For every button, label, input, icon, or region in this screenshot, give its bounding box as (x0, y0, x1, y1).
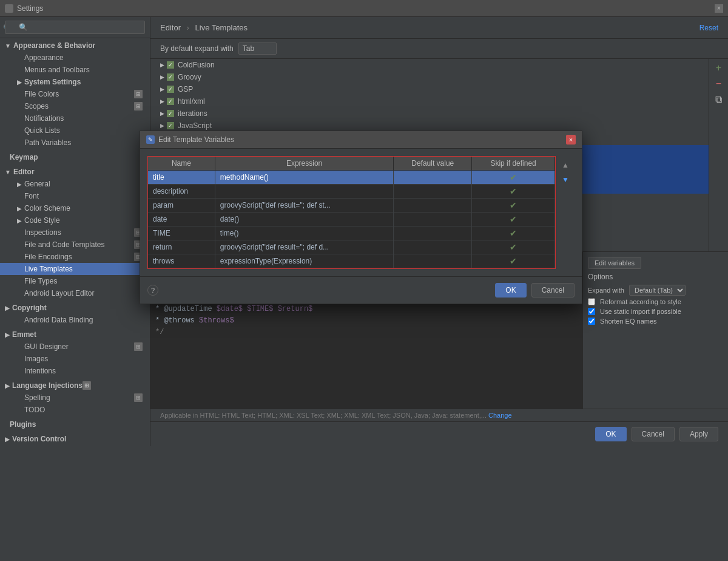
sidebar: Appearance & Behavior Appearance Menus a… (0, 17, 150, 446)
reformat-checkbox[interactable] (588, 298, 595, 305)
chevron-right-icon (160, 62, 164, 68)
cell-name-return: return (148, 240, 215, 254)
spelling-icon: ⊞ (134, 393, 143, 402)
checkbox-javascript[interactable]: ✓ (167, 122, 174, 129)
sidebar-item-font[interactable]: Font (0, 190, 150, 202)
sidebar-item-system-settings[interactable]: System Settings (0, 76, 150, 88)
table-row-return[interactable]: return groovyScript("def result=''; def … (148, 240, 555, 254)
dialog-cancel-button[interactable]: Cancel (531, 283, 575, 298)
change-link[interactable]: Change (488, 412, 512, 419)
checkbox-groovy[interactable]: ✓ (167, 73, 174, 81)
sidebar-item-general[interactable]: General (0, 178, 150, 190)
sidebar-item-file-code-templates[interactable]: File and Code Templates ⊞ (0, 239, 150, 251)
shorten-eq-checkbox[interactable] (588, 318, 595, 325)
search-input[interactable] (5, 21, 145, 34)
expand-with-option-dropdown[interactable]: Default (Tab) Tab Space Enter (629, 285, 686, 296)
sidebar-item-appearance[interactable]: Appearance (0, 52, 150, 64)
remove-template-button[interactable]: − (712, 77, 726, 90)
template-group-htmlxml[interactable]: ✓ html/xml (150, 95, 709, 107)
template-group-coldfusion[interactable]: ✓ ColdFusion (150, 59, 709, 71)
code-line-5: * @updateTime $date$ $TIME$ $return$ (155, 304, 578, 315)
template-group-groovy-label: Groovy (178, 73, 201, 81)
copy-template-button[interactable]: ⧉ (712, 93, 726, 106)
sidebar-item-color-scheme[interactable]: Color Scheme (0, 202, 150, 214)
dialog-close-button[interactable]: × (566, 135, 576, 144)
sidebar-item-spelling[interactable]: Spelling ⊞ (0, 392, 150, 404)
window-title: Settings (17, 4, 43, 13)
options-title: Options (588, 273, 723, 281)
cell-name-title: title (148, 171, 215, 185)
apply-button[interactable]: Apply (679, 427, 718, 441)
sidebar-item-android-layout-editor[interactable]: Android Layout Editor (0, 287, 150, 299)
sidebar-section-editor: Editor General Font Color Scheme Code St… (0, 165, 150, 301)
expand-with-dropdown[interactable]: Tab Space Enter (238, 42, 277, 55)
dialog-icon: ✎ (146, 135, 155, 144)
sidebar-item-version-control[interactable]: Version Control (0, 433, 150, 445)
sidebar-item-copyright[interactable]: Copyright (0, 302, 150, 314)
sidebar-item-intentions[interactable]: Intentions (0, 365, 150, 377)
template-group-groovy[interactable]: ✓ Groovy (150, 71, 709, 83)
sidebar-section-lang-injections: Language Injections ⊞ Spelling ⊞ TODO (0, 378, 150, 417)
sidebar-item-code-style[interactable]: Code Style (0, 214, 150, 226)
static-import-checkbox[interactable] (588, 308, 595, 315)
sidebar-item-todo[interactable]: TODO (0, 404, 150, 416)
window-close-button[interactable]: × (715, 4, 723, 13)
sidebar-item-scopes[interactable]: Scopes ⊞ (0, 100, 150, 112)
sidebar-item-live-templates[interactable]: Live Templates (0, 263, 150, 275)
table-row-time[interactable]: TIME time() ✔ (148, 226, 555, 240)
sidebar-item-appearance-behavior[interactable]: Appearance & Behavior (0, 39, 150, 52)
checkbox-htmlxml[interactable]: ✓ (167, 98, 174, 105)
chevron-right-icon (5, 382, 10, 389)
sidebar-item-file-colors[interactable]: File Colors ⊞ (0, 88, 150, 100)
expand-with-option-row: Expand with Default (Tab) Tab Space Ente… (588, 285, 723, 296)
sidebar-item-file-encodings[interactable]: File Encodings ⊞ (0, 251, 150, 263)
table-row-throws[interactable]: throws expressionType(Expression) ✔ (148, 254, 555, 268)
search-wrapper (0, 17, 150, 38)
template-group-iterations-label: iterations (178, 109, 207, 118)
sidebar-item-plugins[interactable]: Plugins (0, 418, 150, 430)
move-up-button[interactable]: ▲ (559, 158, 572, 172)
add-template-button[interactable]: + (712, 61, 726, 75)
sidebar-item-android-data-binding[interactable]: Android Data Binding (0, 314, 150, 326)
table-row-description[interactable]: description ✔ (148, 185, 555, 199)
sidebar-item-gui-designer[interactable]: GUI Designer ⊞ (0, 341, 150, 353)
cell-skip-time[interactable]: ✔ (472, 226, 555, 240)
cancel-button[interactable]: Cancel (632, 427, 675, 441)
dialog-ok-button[interactable]: OK (495, 283, 526, 298)
cell-skip-title[interactable]: ✔ (472, 171, 555, 185)
table-row-title[interactable]: title methodName() ✔ (148, 171, 555, 185)
reformat-row: Reformat according to style (588, 298, 723, 305)
sidebar-item-editor[interactable]: Editor (0, 166, 150, 178)
sidebar-item-keymap[interactable]: Keymap (0, 151, 150, 163)
edit-variables-button[interactable]: Edit variables (588, 257, 641, 269)
reset-button[interactable]: Reset (699, 24, 718, 32)
sidebar-item-emmet[interactable]: Emmet (0, 328, 150, 341)
sidebar-item-inspections[interactable]: Inspections ⊞ (0, 226, 150, 239)
checkbox-coldfusion[interactable]: ✓ (167, 61, 174, 69)
sidebar-item-notifications[interactable]: Notifications (0, 112, 150, 124)
sidebar-item-quick-lists[interactable]: Quick Lists (0, 124, 150, 137)
app-icon (5, 4, 13, 13)
sidebar-item-menus-toolbars[interactable]: Menus and Toolbars (0, 64, 150, 76)
checkbox-gsp[interactable]: ✓ (167, 86, 174, 93)
cell-skip-date[interactable]: ✔ (472, 212, 555, 226)
cell-skip-param[interactable]: ✔ (472, 199, 555, 212)
table-row-date[interactable]: date date() ✔ (148, 212, 555, 226)
ok-button[interactable]: OK (595, 427, 626, 441)
move-down-button[interactable]: ▼ (559, 173, 572, 186)
sidebar-item-images[interactable]: Images (0, 353, 150, 365)
cell-skip-description[interactable]: ✔ (472, 185, 555, 199)
breadcrumb-parent: Editor (160, 23, 181, 32)
cell-skip-return[interactable]: ✔ (472, 240, 555, 254)
checkbox-iterations[interactable]: ✓ (167, 110, 174, 117)
sidebar-item-language-injections[interactable]: Language Injections ⊞ (0, 379, 150, 392)
template-group-gsp[interactable]: ✓ GSP (150, 83, 709, 95)
cell-skip-throws[interactable]: ✔ (472, 254, 555, 268)
template-group-iterations[interactable]: ✓ iterations (150, 107, 709, 120)
help-button[interactable]: ? (147, 285, 158, 296)
sidebar-item-path-variables[interactable]: Path Variables (0, 137, 150, 149)
cell-expr-description (215, 185, 394, 199)
table-row-param[interactable]: param groovyScript("def result=''; def s… (148, 199, 555, 212)
sidebar-item-file-types[interactable]: File Types (0, 275, 150, 287)
template-group-javascript[interactable]: ✓ JavaScript (150, 120, 709, 132)
